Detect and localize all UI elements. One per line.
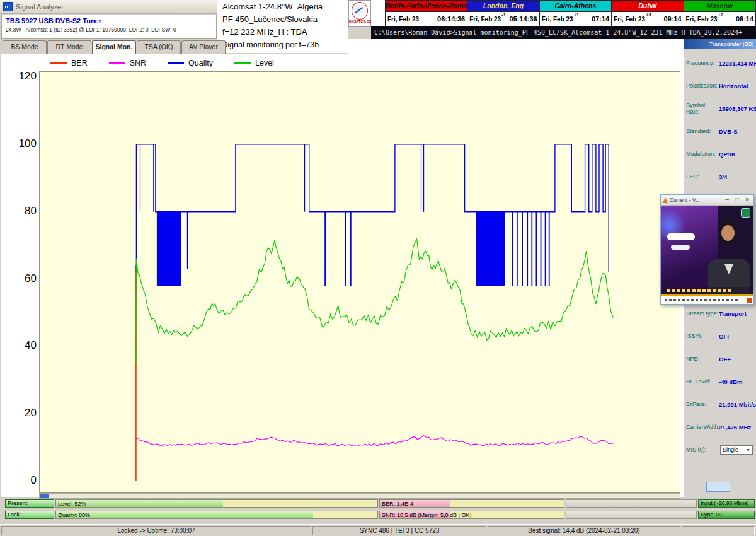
clock-offset: +2 (718, 12, 724, 18)
clock-berlin: Berlin-Paris-Vienna-Roma Fri, Feb 2306:1… (385, 0, 467, 26)
tab-bs-mode[interactable]: BS Mode (3, 40, 47, 54)
clock-time: 06:14:36 (437, 15, 465, 23)
legend-item-ber: BER (50, 59, 88, 67)
row-value: 12231,414 MHz (719, 60, 756, 67)
command-prompt-strip: C:\Users\Roman Dávid>Signal monitoring_P… (371, 26, 756, 39)
uptime-status: Locked -> Uptime: 73:00:07 (1, 526, 311, 535)
clock-date: Fri, Feb 23 (542, 16, 573, 23)
channel-graphic (667, 233, 695, 240)
clock-time: 07:14 (592, 15, 609, 23)
y-axis-label: 120 (9, 70, 37, 83)
row-value: 21,476 MHz (719, 424, 751, 431)
panel-misc-control[interactable] (706, 482, 730, 492)
clock-offset: +3 (646, 12, 651, 18)
signal-plot-area (39, 71, 680, 493)
vlc-player-window[interactable]: Current - V... ─ □ ✕ (660, 194, 754, 305)
tab-signal-mon[interactable]: Signal Mon. (92, 40, 136, 54)
y-axis-label: 40 (9, 339, 37, 352)
maximize-button[interactable]: □ (732, 195, 742, 205)
plot-horizontal-scrollbar[interactable] (39, 493, 680, 499)
clock-date: Fri, Feb 23 (686, 16, 718, 23)
transponder-row: BitRate:21,991 Mbit/s (684, 393, 756, 416)
tuner-name: TBS 5927 USB DVB-S2 Tuner (6, 17, 212, 25)
broadcaster-emblem (741, 208, 750, 218)
world-clocks: Berlin-Paris-Vienna-Roma Fri, Feb 2306:1… (386, 0, 756, 26)
level-label: Level: 52% (58, 501, 86, 507)
transponder-row: RF Level:-40 dBm (684, 370, 756, 393)
y-axis-label: 20 (9, 407, 37, 419)
clock-offset: +1 (574, 12, 580, 18)
tab-dt-mode[interactable]: DT Mode (47, 40, 91, 54)
window-title: Signal Analyzer (16, 3, 64, 11)
row-value: DVB-S (719, 128, 738, 135)
transponder-row: FEC:3/4 (684, 165, 756, 188)
y-axis-label: 60 (9, 272, 37, 285)
present-indicator: Present (5, 499, 54, 508)
satellite-dish-icon (352, 2, 368, 20)
clock-london: London, Eng Fri, Feb 23-105:14:36 (467, 0, 539, 26)
row-value: Transport (719, 310, 747, 317)
vlc-window-title: Current - V... (670, 197, 722, 203)
row-label: MIS (0): (686, 446, 719, 453)
on-screen-caption (661, 287, 753, 294)
sync-cc-status: SYNC 486 | TEI 3 | CC 5723 (312, 526, 486, 535)
ber-progress-bar: BER: 1,4E-4 (379, 499, 564, 508)
minimize-button[interactable]: ─ (722, 195, 732, 205)
app-icon (3, 2, 13, 11)
empty-meter-track (566, 511, 697, 519)
clock-time: 08:14 (736, 15, 753, 23)
scrollbar-thumb[interactable] (40, 494, 49, 498)
monitoring-header: Alcomsat 1-24.8°W_Algeria PF 450_Lučenec… (217, 0, 348, 53)
status-bar: Locked -> Uptime: 73:00:07 SYNC 486 | TE… (0, 524, 756, 536)
clock-city: Dubai (612, 1, 683, 12)
transponder-panel-caption: Transponder [BS] (684, 39, 756, 49)
row-label: NPD: (686, 356, 719, 362)
news-anchor-face (721, 225, 735, 241)
mode-tabs: BS Mode DT Mode Signal Mon. TSA (OK) AV … (3, 40, 226, 54)
clock-city: London, Eng (467, 1, 539, 12)
row-label: Modulation: (686, 151, 719, 157)
close-button[interactable]: ✕ (742, 195, 752, 205)
transponder-row: Standard:DVB-S (684, 120, 756, 143)
quality-bar-fill (56, 511, 313, 518)
clock-moscow: Moscow Fri, Feb 23+208:14 (684, 0, 756, 26)
filler (348, 39, 684, 54)
row-label: FEC: (686, 173, 719, 180)
clock-time: 05:14:36 (510, 15, 537, 23)
vlc-cone-icon (663, 197, 668, 203)
row-label: RF Level: (686, 378, 719, 385)
tab-av-player[interactable]: AV Player (181, 40, 226, 54)
row-value: 3/4 (719, 173, 727, 180)
clock-offset: -1 (501, 12, 506, 18)
clock-date: Fri, Feb 23 (469, 16, 501, 23)
transponder-row: Symbol Rate:15908,307 KS/s (684, 97, 756, 120)
header-satellite: Alcomsat 1-24.8°W_Algeria (222, 1, 343, 13)
quality-line-swatch (168, 62, 184, 64)
sync-ts-badge: Sync TS (698, 511, 755, 519)
mis-select[interactable]: Single▼ (720, 445, 753, 455)
clock-city: Moscow (684, 1, 755, 12)
tab-tsa[interactable]: TSA (OK) (137, 40, 181, 54)
transponder-row: Stream type:Transport (684, 302, 756, 325)
legend-item-quality: Quality (168, 59, 213, 67)
best-signal-status: Best signal: 14,4 dB (2024-02-21 03:20) (488, 526, 680, 535)
transponder-row: NPD:OFF (684, 347, 756, 370)
chevron-down-icon: ▼ (746, 448, 750, 452)
row-label: Polarization: (686, 83, 719, 89)
empty-status-section (682, 526, 755, 535)
row-value: OFF (719, 333, 731, 340)
row-label: Symbol Rate: (686, 102, 719, 115)
vlc-video-frame[interactable] (661, 206, 753, 294)
row-value: QPSK (719, 151, 736, 158)
empty-meter-track (566, 499, 697, 508)
y-axis-label: 80 (9, 205, 37, 218)
snr-label: SNR: 10,5 dB (Margin: 5,0 dB | OK) (382, 512, 471, 518)
transponder-row: Frequency:12231,414 MHz (684, 52, 756, 74)
vlc-title-bar[interactable]: Current - V... ─ □ ✕ (661, 195, 753, 206)
clock-date: Fri, Feb 23 (614, 16, 645, 23)
news-ticker (661, 294, 753, 304)
level-progress-bar: Level: 52% (55, 499, 378, 508)
legend-item-level: Level (234, 59, 274, 67)
row-value: -40 dBm (719, 378, 742, 385)
row-value: OFF (719, 356, 731, 363)
